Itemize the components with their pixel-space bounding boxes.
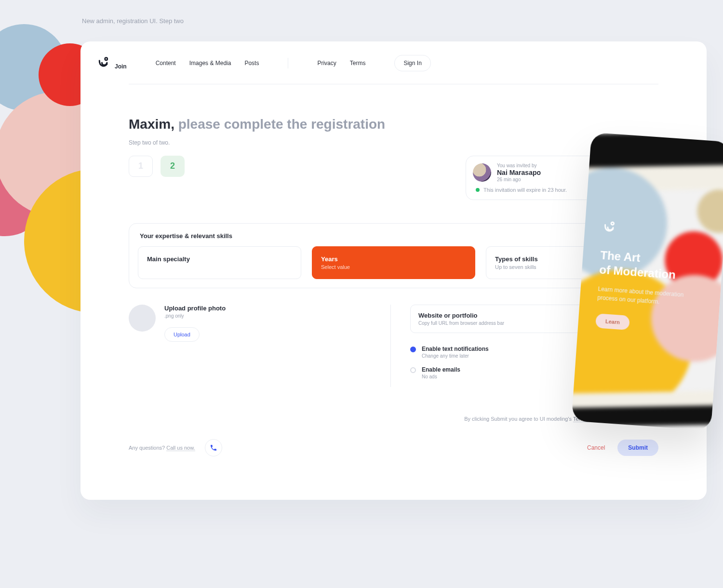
logo[interactable]: Join (97, 56, 127, 70)
sign-in-button[interactable]: Sign In (394, 55, 430, 71)
step-2-indicator[interactable]: 2 (161, 156, 185, 177)
questions-prefix: Any questions? (129, 445, 166, 451)
registration-card: Join Content Images & Media Posts Privac… (80, 41, 707, 500)
promo-title: The Artof Moderation (599, 248, 709, 284)
promo-learn-button[interactable]: Learn (595, 313, 630, 330)
expertise-panel: Your expertise & relevant skills Main sp… (129, 223, 658, 288)
main-specialty-field[interactable]: Main specialty (138, 246, 301, 279)
enable-email-sub: No ads (422, 374, 460, 379)
invite-expire-text: This invitation will expire in 23 hour. (483, 187, 567, 193)
logo-text: Join (115, 63, 127, 70)
phone-icon (210, 444, 217, 452)
nav-primary: Content Images & Media Posts (156, 60, 259, 67)
step-subtitle: Step two of two. (129, 139, 658, 146)
submit-button[interactable]: Submit (617, 440, 658, 456)
years-field[interactable]: Years Select value (312, 246, 475, 279)
page-description: New admin, registration UI. Step two (82, 17, 184, 25)
enable-email-label: Enable emails (422, 366, 460, 373)
upload-button[interactable]: Upload (164, 327, 200, 342)
expertise-title: Your expertise & relevant skills (140, 232, 649, 240)
divider (129, 84, 658, 84)
page-heading: Maxim, please complete the registration (129, 116, 658, 133)
phone-button[interactable] (205, 439, 222, 456)
nav-secondary: Privacy Terms (317, 60, 365, 67)
nav-content[interactable]: Content (156, 60, 176, 67)
heading-rest: please complete the registration (174, 117, 385, 132)
photo-placeholder (129, 305, 156, 332)
svg-point-1 (611, 222, 614, 225)
promo-logo-icon (602, 220, 710, 244)
nav-separator (288, 58, 288, 68)
enable-text-label: Enable text notifications (422, 346, 489, 352)
inviter-name: Nai Marasapo (497, 169, 541, 176)
nav-posts[interactable]: Posts (244, 60, 259, 67)
questions-text: Any questions? Call us now. (129, 445, 195, 451)
call-us-link[interactable]: Call us now. (166, 445, 195, 451)
upload-column: Upload profile photo .png only Upload (129, 305, 390, 387)
nav-terms[interactable]: Terms (350, 60, 366, 67)
radio-off-icon (410, 367, 416, 373)
promo-card: The Artof Moderation Learn more about th… (571, 133, 723, 431)
cancel-button[interactable]: Cancel (587, 444, 605, 451)
status-dot-icon (476, 188, 480, 192)
logo-icon (97, 56, 110, 70)
nav-images-media[interactable]: Images & Media (189, 60, 231, 67)
upload-title: Upload profile photo (164, 305, 226, 312)
heading-username: Maxim, (129, 117, 174, 132)
years-sub: Select value (321, 264, 466, 270)
radio-on-icon (410, 347, 416, 352)
nav-privacy[interactable]: Privacy (317, 60, 336, 67)
legal-prefix: By clicking Submit you agree to UI model… (464, 416, 573, 422)
promo-subtitle: Learn more about the moderation process … (597, 284, 695, 308)
invite-meta: You was invited by (497, 163, 541, 168)
top-nav: Join Content Images & Media Posts Privac… (80, 55, 707, 71)
step-1-indicator[interactable]: 1 (129, 156, 153, 177)
enable-text-sub: Change any time later (422, 353, 489, 359)
main-specialty-label: Main specialty (147, 255, 292, 263)
upload-sub: .png only (164, 313, 226, 319)
years-label: Years (321, 255, 466, 263)
invite-time: 26 min ago (497, 177, 541, 182)
inviter-avatar (473, 163, 491, 182)
svg-point-0 (105, 58, 107, 60)
